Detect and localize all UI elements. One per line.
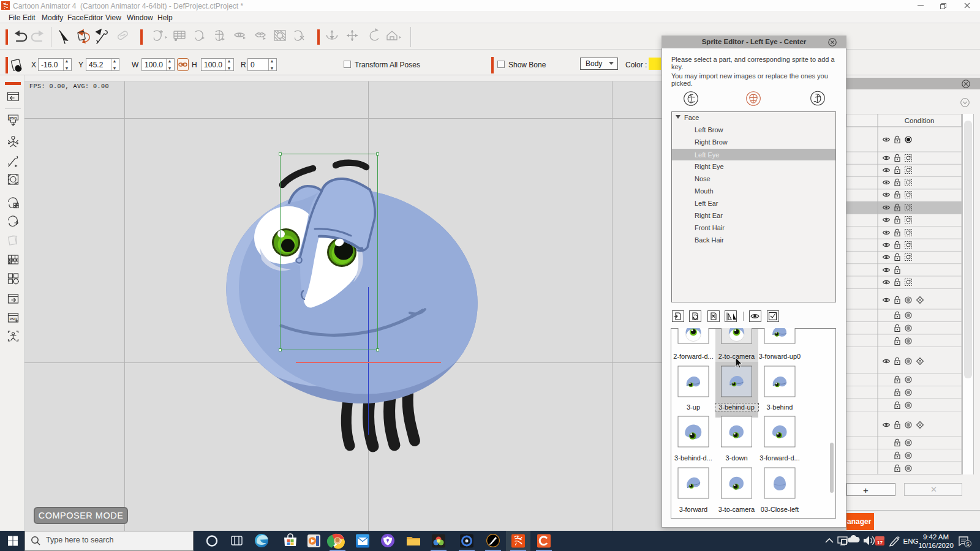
svg-text:17: 17 <box>877 540 883 545</box>
svg-text:ENG: ENG <box>903 538 919 545</box>
svg-text:5: 5 <box>966 541 969 547</box>
svg-text:9:42 AM: 9:42 AM <box>923 533 949 541</box>
svg-text:10/16/2020: 10/16/2020 <box>918 542 954 549</box>
svg-text:Condition: Condition <box>905 117 935 124</box>
svg-text:PSD: PSD <box>9 116 17 120</box>
svg-text:PSD: PSD <box>10 317 17 321</box>
